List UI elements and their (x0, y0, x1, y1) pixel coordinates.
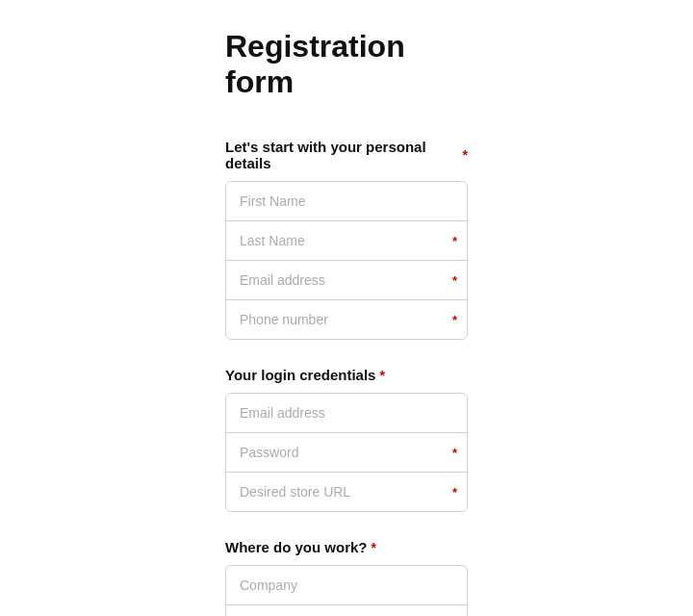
input-store-url[interactable] (226, 473, 467, 511)
page-container: Registration form Let's start with your … (0, 0, 693, 616)
input-email-personal[interactable] (226, 261, 467, 299)
field-wrapper-phone: * (226, 299, 467, 339)
fields-group-login-credentials: ** (225, 393, 468, 512)
section-personal-details: Let's start with your personal details *… (225, 139, 468, 340)
field-wrapper-password: * (226, 432, 467, 472)
section-login-credentials: Your login credentials *** (225, 367, 468, 512)
section-label-work: Where do you work? * (225, 539, 468, 555)
field-wrapper-email-login (226, 394, 467, 432)
section-work: Where do you work? ** (225, 539, 468, 616)
input-last-name[interactable] (226, 221, 467, 260)
field-wrapper-last-name: * (226, 220, 467, 260)
input-phone[interactable] (226, 300, 467, 339)
section-label-personal-details: Let's start with your personal details * (225, 139, 468, 171)
input-first-name[interactable] (226, 182, 467, 220)
field-wrapper-email-personal: * (226, 260, 467, 299)
section-label-login-credentials: Your login credentials * (225, 367, 468, 383)
input-password[interactable] (226, 433, 467, 472)
input-job-title[interactable] (226, 605, 467, 616)
field-wrapper-company (226, 566, 467, 604)
field-wrapper-job-title: * (226, 604, 467, 616)
input-company[interactable] (226, 566, 467, 604)
sections-container: Let's start with your personal details *… (225, 139, 468, 616)
required-star: * (379, 368, 384, 383)
fields-group-work: * (225, 565, 468, 616)
page-title: Registration form (225, 29, 468, 100)
required-star: * (372, 540, 376, 555)
required-star: * (463, 147, 468, 163)
fields-group-personal-details: *** (225, 181, 468, 340)
field-wrapper-store-url: * (226, 472, 467, 511)
field-wrapper-first-name (226, 182, 467, 220)
input-email-login[interactable] (226, 394, 467, 432)
